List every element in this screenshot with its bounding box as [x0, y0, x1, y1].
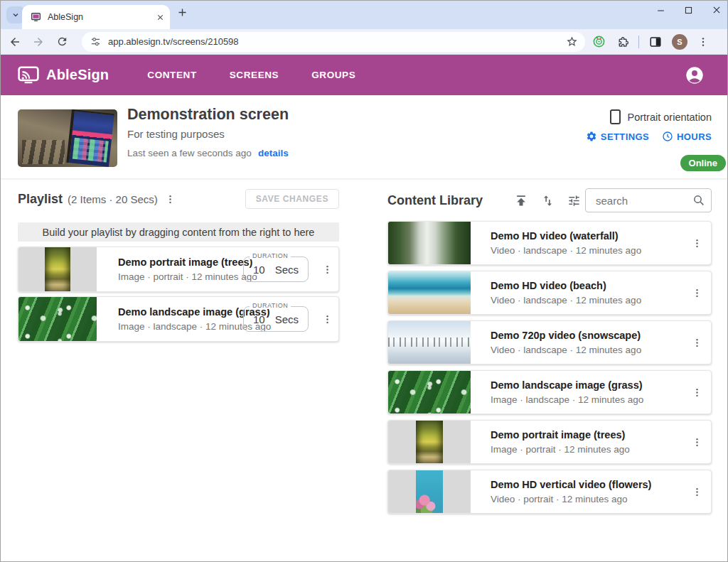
close-icon: [156, 13, 164, 21]
thumbnail-art: [416, 470, 443, 513]
upload-button[interactable]: [513, 192, 530, 209]
duration-label: DURATION: [250, 252, 291, 259]
tab-close-button[interactable]: [156, 13, 164, 21]
minimize-button[interactable]: [656, 6, 665, 15]
library-item[interactable]: Demo portrait image (trees) Image · port…: [387, 420, 712, 464]
search-box[interactable]: [585, 188, 712, 212]
upload-icon: [514, 193, 528, 207]
status-badge: Online: [680, 155, 726, 171]
sort-button[interactable]: [539, 192, 556, 209]
browser-window: AbleSign app.ablesign.tv/screens/210598: [0, 0, 728, 562]
kebab-menu-icon: [692, 288, 702, 298]
thumbnail-art: [388, 321, 471, 364]
browser-tab[interactable]: AbleSign: [22, 5, 170, 29]
search-input[interactable]: [594, 194, 692, 207]
hours-button[interactable]: HOURS: [662, 131, 712, 142]
toolbar-divider: [638, 36, 639, 48]
reload-button[interactable]: [52, 32, 72, 52]
item-menu-button[interactable]: [688, 384, 705, 401]
thumbnail-art: [416, 421, 443, 463]
item-menu-button[interactable]: [688, 334, 705, 351]
address-bar[interactable]: app.ablesign.tv/screens/210598: [82, 32, 585, 52]
browser-profile-avatar[interactable]: S: [672, 34, 687, 50]
library-item[interactable]: Demo landscape image (grass) Image · lan…: [387, 370, 712, 414]
screen-subtitle: For testing purposes: [127, 128, 225, 140]
item-title: Demo landscape image (grass): [491, 379, 643, 391]
kebab-menu-icon: [692, 487, 702, 497]
hours-label: HOURS: [677, 131, 712, 142]
main-content: Playlist (2 Items · 20 Secs) SAVE CHANGE…: [1, 180, 727, 561]
playlist-item[interactable]: Demo portrait image (trees) Image · port…: [18, 247, 339, 292]
duration-value[interactable]: 10: [253, 264, 265, 276]
side-panel-icon: [649, 36, 662, 48]
filter-button[interactable]: [565, 192, 582, 209]
library-item[interactable]: Demo HD video (beach) Video · landscape …: [387, 271, 712, 315]
nav-menu-item[interactable]: GROUPS: [311, 70, 355, 80]
nav-menu-item[interactable]: SCREENS: [230, 70, 279, 80]
item-thumbnail: [18, 247, 97, 291]
item-text: Demo landscape image (grass) Image · lan…: [491, 379, 643, 405]
browser-toolbar: app.ablesign.tv/screens/210598 S: [1, 29, 727, 55]
minimize-icon: [656, 6, 665, 15]
kebab-menu-icon: [697, 36, 709, 48]
duration-value[interactable]: 10: [253, 313, 265, 325]
playlist-item[interactable]: Demo landscape image (grass) Image · lan…: [18, 296, 339, 342]
kebab-menu-icon: [322, 314, 333, 325]
app-navbar: AbleSign CONTENTSCREENSGROUPS: [1, 55, 727, 95]
nav-menu-item[interactable]: CONTENT: [147, 70, 196, 80]
item-text: Demo HD video (beach) Video · landscape …: [491, 280, 641, 306]
item-meta: Video · landscape · 12 minutes ago: [491, 295, 641, 306]
thumbnail-art: [388, 371, 471, 414]
extensions-button[interactable]: [616, 36, 628, 48]
kebab-menu-icon: [322, 264, 333, 275]
close-window-button[interactable]: [712, 5, 722, 15]
green-radar-icon: [592, 35, 606, 48]
item-menu-button[interactable]: [688, 433, 705, 450]
url-text[interactable]: app.ablesign.tv/screens/210598: [108, 36, 566, 47]
bookmark-button[interactable]: [566, 36, 578, 48]
browser-menu-button[interactable]: [697, 36, 709, 48]
item-menu-button[interactable]: [688, 284, 705, 301]
item-text: Demo portrait image (trees) Image · port…: [118, 256, 257, 282]
settings-button[interactable]: SETTINGS: [586, 131, 649, 142]
save-changes-button[interactable]: SAVE CHANGES: [245, 189, 339, 209]
item-menu-button[interactable]: [688, 234, 705, 252]
screen-header: Online Demonstration screen For testing …: [1, 95, 727, 179]
account-button[interactable]: [685, 65, 705, 85]
extension-adblock-button[interactable]: [592, 35, 606, 48]
forward-button[interactable]: [28, 32, 48, 52]
playlist-list: Demo portrait image (trees) Image · port…: [18, 247, 339, 342]
details-link[interactable]: details: [258, 148, 289, 158]
item-menu-button[interactable]: [688, 483, 705, 500]
item-menu-button[interactable]: [318, 310, 336, 328]
sort-arrows-icon: [541, 194, 555, 207]
site-settings-icon[interactable]: [90, 36, 101, 47]
maximize-button[interactable]: [684, 6, 693, 15]
item-thumbnail: [388, 271, 471, 314]
star-icon: [566, 36, 578, 48]
duration-field[interactable]: DURATION 10 Secs: [243, 306, 309, 332]
last-seen-text: Last seen a few seconds ago: [127, 148, 252, 158]
duration-field[interactable]: DURATION 10 Secs: [243, 256, 309, 282]
library-actions: [513, 192, 582, 209]
thumbnail-art: [388, 222, 471, 264]
item-menu-button[interactable]: [318, 261, 336, 278]
item-thumbnail: [18, 297, 97, 341]
new-tab-button[interactable]: [177, 7, 188, 18]
orientation-label: Portrait orientation: [628, 112, 712, 123]
library-item[interactable]: Demo HD video (waterfall) Video · landsc…: [387, 221, 712, 265]
playlist-menu-button[interactable]: [162, 190, 179, 207]
item-thumbnail: [388, 371, 471, 414]
nav-menu: CONTENTSCREENSGROUPS: [147, 70, 355, 80]
library-item[interactable]: Demo 720p video (snowscape) Video · land…: [387, 320, 712, 364]
reload-icon: [56, 36, 68, 48]
brand[interactable]: AbleSign: [18, 66, 109, 84]
back-button[interactable]: [5, 32, 25, 52]
plus-icon: [177, 7, 188, 18]
side-panel-button[interactable]: [649, 36, 662, 48]
item-thumbnail: [388, 470, 471, 513]
item-thumbnail: [388, 321, 471, 364]
library-item[interactable]: Demo HD vertical video (flowers) Video ·…: [387, 470, 712, 514]
search-icon[interactable]: [692, 194, 705, 207]
item-thumbnail: [388, 421, 471, 463]
